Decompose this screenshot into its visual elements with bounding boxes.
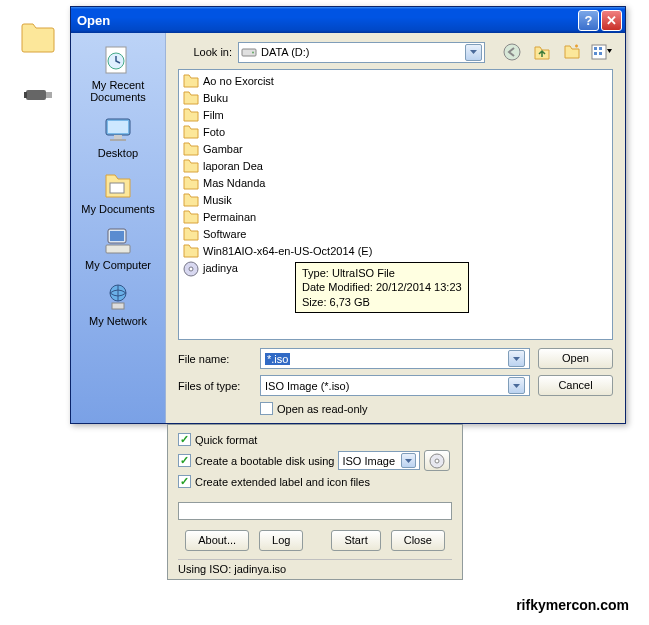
filetype-value: ISO Image (*.iso) xyxy=(265,380,349,392)
sidebar-item-mydocs[interactable]: My Documents xyxy=(75,165,161,219)
list-item[interactable]: Mas Ndanda xyxy=(181,174,610,191)
file-tooltip: Type: UltraISO File Date Modified: 20/12… xyxy=(295,262,469,313)
folder-icon xyxy=(183,91,199,105)
mycomputer-icon xyxy=(102,225,134,257)
list-item[interactable]: Win81AIO-x64-en-US-Oct2014 (E) xyxy=(181,242,610,259)
readonly-label: Open as read-only xyxy=(277,403,368,415)
folder-desktop-icon[interactable] xyxy=(18,18,58,58)
progress-bar xyxy=(178,502,452,520)
quickformat-label: Quick format xyxy=(195,434,257,446)
cancel-button[interactable]: Cancel xyxy=(538,375,613,396)
svg-rect-11 xyxy=(110,231,124,241)
usb-desktop-icon[interactable] xyxy=(18,72,58,112)
mynetwork-icon xyxy=(102,281,134,313)
readonly-checkbox[interactable] xyxy=(260,402,273,415)
list-item[interactable]: Permainan xyxy=(181,208,610,225)
rufus-panel: Quick format Create a bootable disk usin… xyxy=(167,424,463,580)
titlebar[interactable]: Open ? ✕ xyxy=(71,7,625,33)
view-menu-button[interactable] xyxy=(591,41,613,63)
list-item[interactable]: Musik xyxy=(181,191,610,208)
nav-up-button[interactable] xyxy=(531,41,553,63)
chevron-down-icon xyxy=(508,377,525,394)
filename-value: *.iso xyxy=(265,353,290,365)
log-button[interactable]: Log xyxy=(259,530,303,551)
svg-rect-2 xyxy=(24,92,27,98)
svg-point-24 xyxy=(189,267,193,271)
list-item[interactable]: Gambar xyxy=(181,140,610,157)
sidebar-item-label: My Computer xyxy=(75,259,161,271)
open-button[interactable]: Open xyxy=(538,348,613,369)
folder-icon xyxy=(183,193,199,207)
iso-icon xyxy=(183,261,199,275)
folder-icon xyxy=(183,74,199,88)
list-item[interactable]: Ao no Exorcist xyxy=(181,72,610,89)
list-item[interactable]: Buku xyxy=(181,89,610,106)
sidebar-item-label: My Documents xyxy=(75,203,161,215)
about-button[interactable]: About... xyxy=(185,530,249,551)
tooltip-date: Date Modified: 20/12/2014 13:23 xyxy=(302,280,462,294)
extended-checkbox[interactable] xyxy=(178,475,191,488)
svg-rect-22 xyxy=(599,52,602,55)
folder-icon xyxy=(183,159,199,173)
bootable-type-value: ISO Image xyxy=(342,455,395,467)
filename-label: File name: xyxy=(178,353,252,365)
svg-rect-0 xyxy=(26,90,46,100)
mydocuments-icon xyxy=(102,169,134,201)
tooltip-type: Type: UltraISO File xyxy=(302,266,462,280)
file-list[interactable]: Ao no Exorcist Buku Film Foto Gambar lap… xyxy=(178,69,613,340)
filename-input[interactable]: *.iso xyxy=(260,348,530,369)
bootable-label: Create a bootable disk using xyxy=(195,455,334,467)
quickformat-checkbox[interactable] xyxy=(178,433,191,446)
chevron-down-icon xyxy=(508,350,525,367)
svg-point-16 xyxy=(252,52,254,54)
svg-rect-7 xyxy=(114,135,122,139)
list-item[interactable]: Software xyxy=(181,225,610,242)
sidebar-item-mycomputer[interactable]: My Computer xyxy=(75,221,161,275)
sidebar-item-mynetwork[interactable]: My Network xyxy=(75,277,161,331)
sidebar-item-label: My Network xyxy=(75,315,161,327)
sidebar-item-desktop[interactable]: Desktop xyxy=(75,109,161,163)
new-folder-button[interactable] xyxy=(561,41,583,63)
lookin-dropdown[interactable]: DATA (D:) xyxy=(238,42,485,63)
dialog-title: Open xyxy=(77,13,576,28)
sidebar-item-recent[interactable]: My Recent Documents xyxy=(75,41,161,107)
folder-icon xyxy=(183,176,199,190)
start-button[interactable]: Start xyxy=(331,530,380,551)
open-dialog: Open ? ✕ My Recent Documents Desktop xyxy=(70,6,626,424)
help-button[interactable]: ? xyxy=(578,10,599,31)
list-item[interactable]: Foto xyxy=(181,123,610,140)
close-button[interactable]: Close xyxy=(391,530,445,551)
extended-label: Create extended label and icon files xyxy=(195,476,370,488)
svg-rect-1 xyxy=(46,92,52,98)
svg-rect-20 xyxy=(599,47,602,50)
recent-documents-icon xyxy=(102,45,134,77)
watermark: rifkymercon.com xyxy=(516,597,629,613)
folder-icon xyxy=(183,108,199,122)
status-bar: Using ISO: jadinya.iso xyxy=(178,559,452,575)
select-iso-button[interactable] xyxy=(424,450,450,471)
sidebar-item-label: My Recent Documents xyxy=(75,79,161,103)
chevron-down-icon xyxy=(465,44,482,61)
close-button[interactable]: ✕ xyxy=(601,10,622,31)
disc-icon xyxy=(429,453,445,469)
folder-icon xyxy=(183,244,199,258)
lookin-label: Look in: xyxy=(178,46,232,58)
drive-icon xyxy=(241,44,257,60)
svg-rect-12 xyxy=(106,245,130,253)
svg-rect-14 xyxy=(112,303,124,309)
list-item[interactable]: Film xyxy=(181,106,610,123)
svg-rect-19 xyxy=(594,47,597,50)
sidebar-item-label: Desktop xyxy=(75,147,161,159)
svg-point-26 xyxy=(435,459,439,463)
svg-rect-6 xyxy=(108,121,128,133)
nav-back-button[interactable] xyxy=(501,41,523,63)
svg-rect-9 xyxy=(110,183,124,193)
svg-rect-8 xyxy=(110,139,126,141)
folder-icon xyxy=(183,227,199,241)
bootable-checkbox[interactable] xyxy=(178,454,191,467)
bootable-type-dropdown[interactable]: ISO Image xyxy=(338,451,420,470)
list-item[interactable]: laporan Dea xyxy=(181,157,610,174)
chevron-down-icon xyxy=(401,453,416,468)
filetype-dropdown[interactable]: ISO Image (*.iso) xyxy=(260,375,530,396)
tooltip-size: Size: 6,73 GB xyxy=(302,295,462,309)
